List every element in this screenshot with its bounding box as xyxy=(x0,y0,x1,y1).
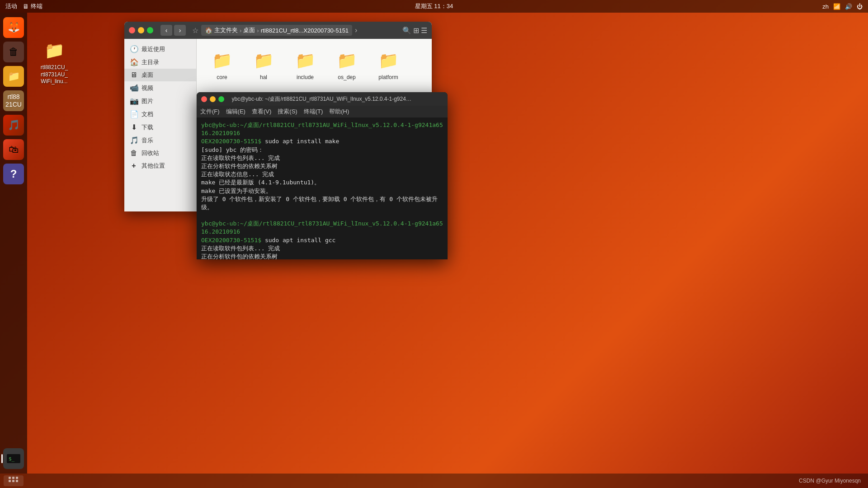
folder-icon-os-dep: 📁 xyxy=(335,49,359,72)
power-icon[interactable]: ⏻ xyxy=(857,3,863,10)
dock-icon-rhythmbox[interactable]: 🎵 xyxy=(3,115,24,136)
term-line-7: make 已设置为手动安装。 xyxy=(201,187,443,195)
file-name-platform: platform xyxy=(378,74,398,81)
language-indicator[interactable]: zh xyxy=(822,3,829,10)
term-menu-help[interactable]: 帮助(H) xyxy=(329,108,349,116)
topbar-right: zh 📶 🔊 ⏻ xyxy=(822,3,863,10)
term-minimize-button[interactable] xyxy=(210,96,216,102)
sidebar-item-trash[interactable]: 🗑 回收站 xyxy=(124,147,196,160)
fm-close-button[interactable] xyxy=(129,27,135,33)
svg-rect-5 xyxy=(9,480,11,482)
terminal-window: ybc@ybc-ub: ~/桌面/rtl8821CU_rtl8731AU_WiF… xyxy=(197,92,448,259)
pictures-icon: 📷 xyxy=(130,97,138,105)
show-apps-button[interactable] xyxy=(4,475,24,486)
dock-icon-firefox[interactable]: 🦊 xyxy=(3,17,24,38)
fm-nav-buttons: ‹ › xyxy=(160,25,186,36)
svg-rect-2 xyxy=(9,477,11,479)
term-maximize-button[interactable] xyxy=(218,96,224,102)
term-title: ybc@ybc-ub: ~/桌面/rtl8821CU_rtl8731AU_WiF… xyxy=(232,95,413,103)
desktop-icon-sidebar: 🖥 xyxy=(130,71,138,79)
sidebar-item-desktop[interactable]: 🖥 桌面 xyxy=(124,69,196,81)
term-line-11: 正在分析软件包的依赖关系树 xyxy=(201,253,443,259)
terminal-icon-small: 🖥 xyxy=(23,3,29,10)
term-menu-terminal[interactable]: 终端(T) xyxy=(304,108,323,116)
fm-sidebar: 🕐 最近使用 🏠 主目录 🖥 桌面 📹 视频 📷 图片 📄 文档 xyxy=(124,39,197,211)
fm-grid-view-button[interactable]: ⊞ xyxy=(413,26,419,35)
sidebar-item-videos[interactable]: 📹 视频 xyxy=(124,81,196,94)
terminal-indicator: 🖥 终端 xyxy=(23,2,42,10)
term-menu-edit[interactable]: 编辑(E) xyxy=(226,108,245,116)
sidebar-item-recent[interactable]: 🕐 最近使用 xyxy=(124,42,196,56)
fm-forward-button[interactable]: › xyxy=(174,25,186,36)
dock-icon-app-center[interactable]: 🛍 xyxy=(3,139,24,160)
fm-maximize-button[interactable] xyxy=(147,27,153,33)
home-icon: 🏠 xyxy=(130,58,138,66)
file-item-platform[interactable]: 📁 platform xyxy=(370,46,406,84)
dock-icon-trash[interactable]: 🗑 xyxy=(3,42,24,62)
file-name-core: core xyxy=(217,74,227,81)
sidebar-item-other[interactable]: + 其他位置 xyxy=(124,160,196,172)
fm-path-sep1: › xyxy=(240,27,241,34)
desktop-folder-icon: 📁 xyxy=(42,39,66,62)
fm-home-icon: 🏠 xyxy=(205,27,212,34)
term-line-9: ybc@ybc-ub:~/桌面/rtl8821CU_rtl8731AU_WiFi… xyxy=(201,220,443,244)
fm-search-button[interactable]: 🔍 xyxy=(402,26,411,35)
sidebar-item-music-label: 音乐 xyxy=(142,136,153,145)
sidebar-item-documents[interactable]: 📄 文档 xyxy=(124,108,196,121)
sidebar-item-home-label: 主目录 xyxy=(142,58,159,66)
sidebar-item-downloads-label: 下载 xyxy=(142,123,153,131)
term-line-6: make 已经是最新版 (4.1-9.1ubuntu1)。 xyxy=(201,178,443,187)
term-line-4: 正在分析软件包的依赖关系树 xyxy=(201,162,443,170)
sidebar-item-downloads[interactable]: ⬇ 下载 xyxy=(124,121,196,134)
term-titlebar: ybc@ybc-ub: ~/桌面/rtl8821CU_rtl8731AU_WiF… xyxy=(197,92,448,106)
file-item-os-dep[interactable]: 📁 os_dep xyxy=(329,46,365,84)
fm-list-view-button[interactable]: ☰ xyxy=(421,26,427,35)
folder-icon-platform: 📁 xyxy=(377,49,400,72)
activities-button[interactable]: 活动 xyxy=(5,2,17,10)
dock-icon-desktop-file[interactable]: rtl8821CU xyxy=(3,90,24,111)
fm-path-sep2: › xyxy=(257,27,259,34)
fm-path-home: 主文件夹 xyxy=(214,26,238,34)
wifi-icon: 📶 xyxy=(833,3,840,10)
file-item-hal[interactable]: 📁 hal xyxy=(245,46,282,84)
volume-icon: 🔊 xyxy=(845,3,852,10)
term-menu-view[interactable]: 查看(V) xyxy=(252,108,271,116)
fm-path-expand-icon[interactable]: › xyxy=(355,26,357,34)
sidebar-item-pictures[interactable]: 📷 图片 xyxy=(124,94,196,108)
terminal-label: 终端 xyxy=(31,2,42,10)
trash-icon-sidebar: 🗑 xyxy=(130,149,138,157)
file-item-core[interactable]: 📁 core xyxy=(204,46,240,84)
svg-rect-7 xyxy=(16,480,18,482)
term-menu-search[interactable]: 搜索(S) xyxy=(278,108,297,116)
term-line-1: ybc@ybc-ub:~/桌面/rtl8821CU_rtl8731AU_WiFi… xyxy=(201,121,443,146)
file-name-include: include xyxy=(297,74,314,81)
datetime: 星期五 11：34 xyxy=(415,2,453,10)
dock: 🦊 🗑 📁 rtl8821CU 🎵 🛍 ? $_ xyxy=(0,13,27,474)
fm-back-button[interactable]: ‹ xyxy=(160,25,172,36)
file-item-include[interactable]: 📁 include xyxy=(287,46,323,84)
term-menu-file[interactable]: 文件(F) xyxy=(200,108,220,116)
dock-icon-help[interactable]: ? xyxy=(3,164,24,184)
term-content[interactable]: ybc@ybc-ub:~/桌面/rtl8821CU_rtl8731AU_WiFi… xyxy=(197,117,448,259)
downloads-icon: ⬇ xyxy=(130,123,138,131)
fm-location-bar[interactable]: 🏠 主文件夹 › 桌面 › rtl8821CU_rtl8...X20200730… xyxy=(201,25,352,36)
fm-minimize-button[interactable] xyxy=(138,27,144,33)
fm-path-desktop: 桌面 xyxy=(243,26,255,34)
topbar-left: 活动 🖥 终端 xyxy=(5,2,42,10)
fm-bookmark-icon[interactable]: ☆ xyxy=(192,26,198,35)
sidebar-item-videos-label: 视频 xyxy=(142,84,153,92)
dock-icon-terminal[interactable]: $_ xyxy=(3,448,24,469)
music-icon: 🎵 xyxy=(130,136,138,145)
other-icon: + xyxy=(130,162,138,170)
svg-rect-6 xyxy=(12,480,14,482)
documents-icon: 📄 xyxy=(130,110,138,118)
svg-rect-3 xyxy=(12,477,14,479)
term-close-button[interactable] xyxy=(201,96,207,102)
sidebar-item-documents-label: 文档 xyxy=(142,110,153,118)
fm-view-buttons: 🔍 ⊞ ☰ xyxy=(402,26,427,35)
term-line-blank1 xyxy=(201,211,443,220)
sidebar-item-home[interactable]: 🏠 主目录 xyxy=(124,56,196,69)
dock-icon-files[interactable]: 📁 xyxy=(3,66,24,87)
desktop-icon-rtl[interactable]: 📁 rtl8821CU_rtl8731AU_WiFi_linu... xyxy=(36,36,72,88)
sidebar-item-music[interactable]: 🎵 音乐 xyxy=(124,134,196,147)
